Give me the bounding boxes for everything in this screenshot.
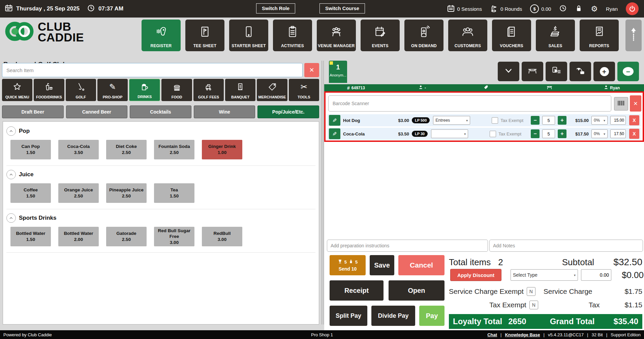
increase-qty-button[interactable]: + bbox=[558, 129, 566, 138]
tax-exempt-checkbox[interactable] bbox=[492, 117, 498, 124]
send-button[interactable]: 5 5 Send 10 bbox=[330, 255, 366, 275]
collapse-cart-button[interactable] bbox=[498, 62, 519, 81]
tax-exempt-flag[interactable]: N bbox=[529, 301, 538, 309]
prep-instructions-input[interactable] bbox=[327, 240, 488, 252]
category-tools[interactable]: ✂ TOOLS bbox=[289, 79, 319, 101]
category-drinks[interactable]: DRINKS bbox=[129, 79, 160, 101]
subcategory-wine[interactable]: Wine bbox=[194, 105, 255, 118]
power-button[interactable] bbox=[626, 2, 639, 15]
switch-course-button[interactable]: Switch Course bbox=[319, 3, 365, 13]
nav-vouchers[interactable]: VOUCHERS bbox=[492, 20, 531, 51]
item-tile-diet-coke[interactable]: Diet Coke2.50 bbox=[106, 140, 147, 159]
item-tile-coca-cola[interactable]: Coca-Cola3.50 bbox=[58, 140, 99, 159]
nav-customers[interactable]: CUSTOMERS bbox=[448, 20, 487, 51]
collapse-section-button[interactable] bbox=[6, 170, 16, 179]
chat-link[interactable]: Chat bbox=[487, 332, 497, 337]
nav-venue-manager[interactable]: VENUE MANAGER bbox=[317, 20, 356, 51]
user-name[interactable]: Ryan bbox=[606, 6, 618, 12]
discount-type-select[interactable]: Select Type▾ bbox=[511, 269, 578, 281]
line-amount-input[interactable] bbox=[610, 129, 626, 138]
customer-group[interactable]: - bbox=[419, 84, 426, 91]
category-food-drinks[interactable]: FOOD/DRINKS bbox=[34, 79, 64, 101]
nav-starter-sheet[interactable]: STARTER SHEET bbox=[229, 20, 268, 51]
switch-role-button[interactable]: Switch Role bbox=[256, 3, 295, 13]
card-swipe-button[interactable] bbox=[570, 62, 591, 81]
discount-value-input[interactable] bbox=[581, 269, 611, 281]
lock-icon[interactable] bbox=[575, 4, 583, 13]
knowledge-base-link[interactable]: Knowledge Base bbox=[505, 332, 540, 337]
server-group[interactable]: Ryan bbox=[604, 84, 620, 91]
collapse-section-button[interactable] bbox=[6, 126, 16, 136]
category-pro-shop[interactable]: ✎ PRO-SHOP bbox=[97, 79, 128, 101]
item-tile-fountain-soda[interactable]: Fountain Soda2.50 bbox=[154, 140, 194, 159]
item-category-select[interactable]: ▾ bbox=[431, 129, 468, 138]
nav-register[interactable]: REGISTER bbox=[142, 20, 181, 51]
increase-qty-button[interactable]: + bbox=[558, 116, 566, 125]
line-amount-input[interactable] bbox=[610, 116, 626, 125]
decrease-qty-button[interactable]: − bbox=[531, 116, 540, 125]
item-tile-red-bull-sugar-free[interactable]: Red Bull Sugar Free3.00 bbox=[154, 227, 194, 246]
barcode-button[interactable] bbox=[614, 97, 628, 111]
remove-item-button[interactable]: X bbox=[629, 129, 639, 139]
collapse-nav-button[interactable] bbox=[625, 20, 642, 51]
table-button[interactable] bbox=[522, 62, 543, 81]
subcategory-cocktails[interactable]: Cocktails bbox=[130, 105, 191, 118]
sessions-stat[interactable]: 0 Sessions bbox=[447, 4, 482, 13]
sc-exempt-flag[interactable]: N bbox=[527, 287, 535, 296]
qty-input[interactable] bbox=[542, 129, 555, 138]
open-button[interactable]: Open bbox=[389, 280, 444, 301]
order-tab[interactable]: 1 Anonym... bbox=[329, 61, 347, 83]
tax-percent-select[interactable]: 0%▾ bbox=[591, 129, 608, 138]
barcode-scanner-input[interactable] bbox=[328, 95, 611, 112]
close-barcode-button[interactable]: ✕ bbox=[630, 95, 641, 112]
item-tile-redbull[interactable]: RedBull3.00 bbox=[202, 227, 242, 246]
item-tile-bottled-water-1[interactable]: Bottled Water1.50 bbox=[10, 227, 51, 246]
collapse-section-button[interactable] bbox=[6, 213, 16, 223]
split-pay-button[interactable]: Split Pay bbox=[330, 306, 367, 326]
item-tile-coffee[interactable]: Coffee1.50 bbox=[10, 183, 51, 203]
item-tile-can-pop[interactable]: Can Pop1.50 bbox=[10, 140, 51, 159]
edit-item-button[interactable]: ✎ bbox=[329, 115, 340, 126]
item-category-select[interactable]: Entrees▾ bbox=[433, 116, 470, 125]
nav-tee-sheet[interactable]: TEE SHEET bbox=[185, 20, 224, 51]
item-tile-gatorade[interactable]: Gatorade2.50 bbox=[106, 227, 147, 246]
nav-sales[interactable]: SALES bbox=[536, 20, 575, 51]
subcategory-draft-beer[interactable]: Draft Beer bbox=[2, 105, 64, 118]
category-golf-fees[interactable]: GOLF FEES bbox=[193, 79, 224, 101]
tax-exempt-checkbox[interactable] bbox=[490, 131, 496, 137]
notes-input[interactable] bbox=[489, 240, 643, 252]
gear-icon[interactable]: ⚙ bbox=[591, 5, 598, 13]
nav-activities[interactable]: ACTIVITIES bbox=[273, 20, 312, 51]
subcategory-pop-juice[interactable]: Pop/Juice/Etc. bbox=[257, 105, 319, 118]
search-input[interactable] bbox=[2, 63, 303, 77]
category-merchandise[interactable]: MERCHANDISE bbox=[257, 79, 287, 101]
item-tile-bottled-water-2[interactable]: Bottled Water2.00 bbox=[58, 227, 99, 246]
divide-pay-button[interactable]: Divide Pay bbox=[371, 306, 415, 326]
item-tile-orange-juice[interactable]: Orange Juice2.50 bbox=[58, 183, 99, 203]
nav-events[interactable]: EVENTS bbox=[361, 20, 400, 51]
balance-stat[interactable]: $ 0.00 bbox=[530, 4, 551, 13]
apply-discount-button[interactable]: Apply Discount bbox=[450, 269, 501, 281]
category-food[interactable]: FOOD bbox=[161, 79, 192, 101]
nav-on-demand[interactable]: ON DEMAND bbox=[404, 20, 443, 51]
item-tile-ginger-drink[interactable]: Ginger Drink1.00 bbox=[202, 140, 242, 159]
edit-item-button[interactable]: ✎ bbox=[329, 128, 340, 139]
add-order-button[interactable]: + bbox=[593, 62, 615, 81]
cancel-button[interactable]: Cancel bbox=[398, 255, 444, 275]
tag-group[interactable] bbox=[484, 84, 488, 91]
remove-order-button[interactable]: − bbox=[617, 62, 639, 81]
rounds-stat[interactable]: 0 Rounds bbox=[490, 4, 522, 13]
tax-percent-select[interactable]: 0%▾ bbox=[591, 116, 608, 125]
subcategory-canned-beer[interactable]: Canned Beer bbox=[66, 105, 128, 118]
nav-reports[interactable]: REPORTS bbox=[580, 20, 619, 51]
pay-button[interactable]: Pay bbox=[419, 306, 444, 326]
category-golf[interactable]: GOLF bbox=[66, 79, 96, 101]
decrease-qty-button[interactable]: − bbox=[531, 129, 540, 138]
time-clock-icon[interactable] bbox=[559, 4, 567, 13]
save-button[interactable]: Save bbox=[370, 255, 394, 275]
item-tile-pineapple-juice[interactable]: Pineapple Juice2.50 bbox=[106, 183, 147, 203]
category-banquet[interactable]: BANQUET bbox=[225, 79, 255, 101]
remove-item-button[interactable]: X bbox=[629, 115, 639, 125]
item-tile-tea[interactable]: Tea1.50 bbox=[154, 183, 194, 203]
clear-search-button[interactable]: ✕ bbox=[304, 63, 319, 77]
